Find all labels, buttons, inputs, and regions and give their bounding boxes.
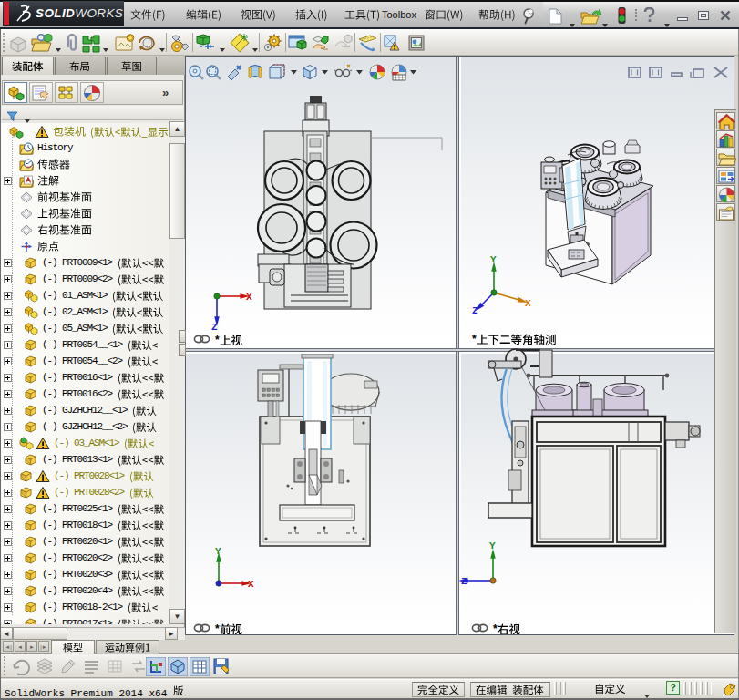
- svg-text:Z: Z: [211, 322, 218, 333]
- svg-text:X: X: [525, 298, 531, 309]
- svg-text:X: X: [248, 579, 254, 590]
- svg-text:Y: Y: [489, 540, 496, 551]
- svg-text:Z: Z: [461, 576, 467, 587]
- svg-text:Y: Y: [215, 546, 221, 557]
- svg-text:Y: Y: [490, 254, 497, 265]
- svg-text:Z: Z: [472, 305, 478, 316]
- svg-text:X: X: [246, 292, 252, 303]
